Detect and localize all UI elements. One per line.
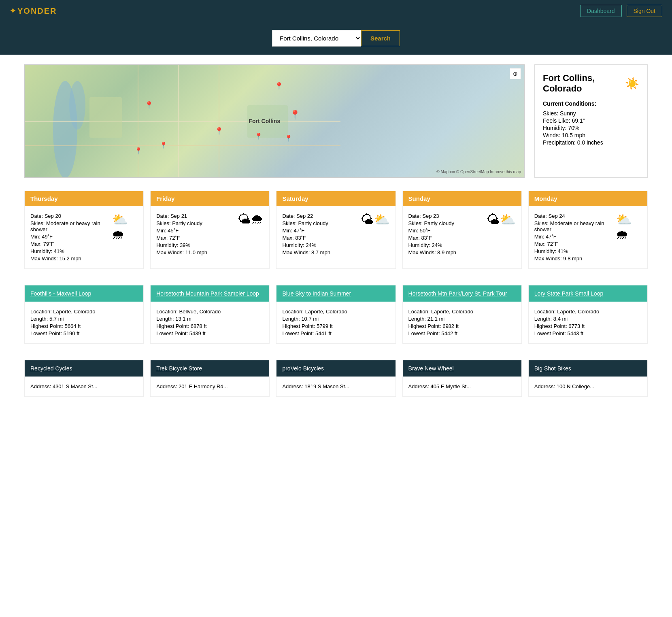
weather-panel: Fort Collins, Colorado ☀️ Current Condit… [534, 64, 648, 178]
dashboard-button[interactable]: Dashboard [580, 5, 622, 17]
trail-header: Blue Sky to Indian Summer [276, 285, 395, 302]
weather-city: Fort Collins, Colorado ☀️ [543, 73, 639, 94]
store-card: Brave New Wheel Address: 405 E Myrtle St… [402, 360, 522, 397]
trail-length: Length: 8.4 mi [534, 316, 642, 322]
forecast-date: Date: Sep 23 [408, 213, 457, 219]
trail-body: Location: Laporte, Colorado Length: 10.7… [276, 302, 395, 343]
trail-card: Foothills - Maxwell Loop Location: Lapor… [24, 285, 144, 344]
forecast-day: Saturday [276, 191, 395, 206]
store-header: Recycled Cycles [25, 360, 143, 377]
forecast-text: Date: Sep 20 Skies: Moderate or heavy ra… [30, 212, 108, 263]
forecast-skies: Skies: Moderate or heavy rain shower [534, 220, 612, 232]
map-placeholder: Fort Collins 📍 📍 📍 📍 📍 📍 📍 📍 © Mapbox © … [25, 65, 524, 177]
forecast-max: Max: 72˚F [156, 235, 207, 241]
logo-icon: ✦ [10, 6, 16, 15]
store-address: Address: 405 E Myrtle St... [408, 383, 516, 389]
map-pin-7: 📍 [134, 147, 142, 155]
map-locate-button[interactable]: ⊕ [510, 68, 521, 79]
weather-humidity: Humidity: 70% [543, 125, 639, 131]
store-body: Address: 100 N College... [529, 377, 647, 396]
forecast-min: Min: 50˚F [408, 228, 457, 234]
trail-location: Location: Laporte, Colorado [534, 308, 642, 315]
signout-button[interactable]: Sign Out [627, 5, 662, 17]
trail-length: Length: 13.1 mi [156, 316, 264, 322]
trail-body: Location: Laporte, Colorado Length: 8.4 … [529, 302, 647, 343]
trail-link[interactable]: Horsetooth Mountain Park Sampler Loop [156, 290, 259, 297]
forecast-skies: Skies: Partly cloudy [156, 220, 207, 226]
store-body: Address: 1819 S Mason St... [276, 377, 395, 396]
store-header: Brave New Wheel [403, 360, 521, 377]
store-header: Big Shot Bikes [529, 360, 647, 377]
trail-length: Length: 10.7 mi [282, 316, 389, 322]
trail-length: Length: 5.7 mi [30, 316, 138, 322]
trail-highest: Highest Point: 5799 ft [282, 323, 389, 329]
store-header: proVelo Bicycles [276, 360, 395, 377]
forecast-humidity: Humidity: 39% [156, 242, 207, 248]
forecast-body: Date: Sep 20 Skies: Moderate or heavy ra… [25, 206, 143, 268]
store-link[interactable]: Trek Bicycle Store [156, 365, 202, 372]
trail-lowest: Lowest Point: 5442 ft [408, 330, 516, 336]
forecast-card: Saturday Date: Sep 22 Skies: Partly clou… [276, 191, 396, 269]
trail-link[interactable]: Lory State Park Small Loop [534, 290, 603, 297]
main-content: Fort Collins 📍 📍 📍 📍 📍 📍 📍 📍 © Mapbox © … [0, 55, 672, 415]
store-link[interactable]: Brave New Wheel [408, 365, 454, 372]
forecast-max: Max: 83˚F [408, 235, 457, 241]
forecast-icon: 🌤🌧 [238, 212, 264, 227]
forecast-skies: Skies: Partly cloudy [408, 220, 457, 226]
trail-body: Location: Bellvue, Colorado Length: 13.1… [151, 302, 269, 343]
header: ✦ YONDER Dashboard Sign Out [0, 0, 672, 22]
forecast-date: Date: Sep 24 [534, 213, 612, 219]
store-header: Trek Bicycle Store [151, 360, 269, 377]
map-pin-4: 📍 [255, 132, 263, 140]
forecast-winds: Max Winds: 9.8 mph [534, 255, 612, 262]
store-card: proVelo Bicycles Address: 1819 S Mason S… [276, 360, 396, 397]
store-address: Address: 1819 S Mason St... [282, 383, 389, 389]
trail-link[interactable]: Horsetooth Mtn Park/Lory St. Park Tour [408, 290, 507, 297]
search-area: Fort Collins, Colorado Denver, Colorado … [0, 22, 672, 55]
trail-link[interactable]: Blue Sky to Indian Summer [282, 290, 351, 297]
forecast-winds: Max Winds: 15.2 mph [30, 255, 108, 262]
trail-header: Horsetooth Mtn Park/Lory St. Park Tour [403, 285, 521, 302]
forecast-text: Date: Sep 21 Skies: Partly cloudy Min: 4… [156, 212, 207, 257]
store-link[interactable]: proVelo Bicycles [282, 365, 324, 372]
trail-highest: Highest Point: 6773 ft [534, 323, 642, 329]
trail-location: Location: Laporte, Colorado [30, 308, 138, 315]
svg-point-1 [69, 81, 85, 130]
forecast-day: Monday [529, 191, 647, 206]
forecast-max: Max: 72˚F [534, 241, 612, 247]
forecast-date: Date: Sep 20 [30, 213, 108, 219]
trail-link[interactable]: Foothills - Maxwell Loop [30, 290, 91, 297]
stores-row: Recycled Cycles Address: 4301 S Mason St… [24, 360, 648, 397]
search-button[interactable]: Search [361, 30, 400, 46]
map-container: Fort Collins 📍 📍 📍 📍 📍 📍 📍 📍 © Mapbox © … [24, 64, 525, 178]
forecast-humidity: Humidity: 41% [534, 248, 612, 254]
store-link[interactable]: Big Shot Bikes [534, 365, 571, 372]
store-link[interactable]: Recycled Cycles [30, 365, 72, 372]
store-body: Address: 4301 S Mason St... [25, 377, 143, 396]
forecast-min: Min: 45˚F [156, 228, 207, 234]
forecast-min: Min: 49˚F [30, 234, 108, 240]
trail-lowest: Lowest Point: 5441 ft [282, 330, 389, 336]
store-address: Address: 100 N College... [534, 383, 642, 389]
forecast-humidity: Humidity: 24% [282, 242, 330, 248]
forecast-body: Date: Sep 22 Skies: Partly cloudy Min: 4… [276, 206, 395, 262]
map-pin-3: 📍 [215, 127, 223, 136]
forecast-text: Date: Sep 24 Skies: Moderate or heavy ra… [534, 212, 612, 263]
trail-lowest: Lowest Point: 5439 ft [156, 330, 264, 336]
trail-header: Horsetooth Mountain Park Sampler Loop [151, 285, 269, 302]
forecast-winds: Max Winds: 8.7 mph [282, 249, 330, 255]
forecast-body: Date: Sep 23 Skies: Partly cloudy Min: 5… [403, 206, 521, 262]
forecast-card: Thursday Date: Sep 20 Skies: Moderate or… [24, 191, 144, 269]
trail-body: Location: Laporte, Colorado Length: 5.7 … [25, 302, 143, 343]
location-select[interactable]: Fort Collins, Colorado Denver, Colorado … [272, 30, 361, 47]
forecast-min: Min: 47˚F [282, 228, 330, 234]
trail-header: Lory State Park Small Loop [529, 285, 647, 302]
trail-card: Blue Sky to Indian Summer Location: Lapo… [276, 285, 396, 344]
trail-location: Location: Laporte, Colorado [408, 308, 516, 315]
map-pin-5: 📍 [285, 134, 293, 142]
header-buttons: Dashboard Sign Out [580, 5, 662, 17]
forecast-icon: ⛅🌧 [616, 212, 642, 242]
trail-lowest: Lowest Point: 5190 ft [30, 330, 138, 336]
trail-location: Location: Bellvue, Colorado [156, 308, 264, 315]
forecast-day: Thursday [25, 191, 143, 206]
